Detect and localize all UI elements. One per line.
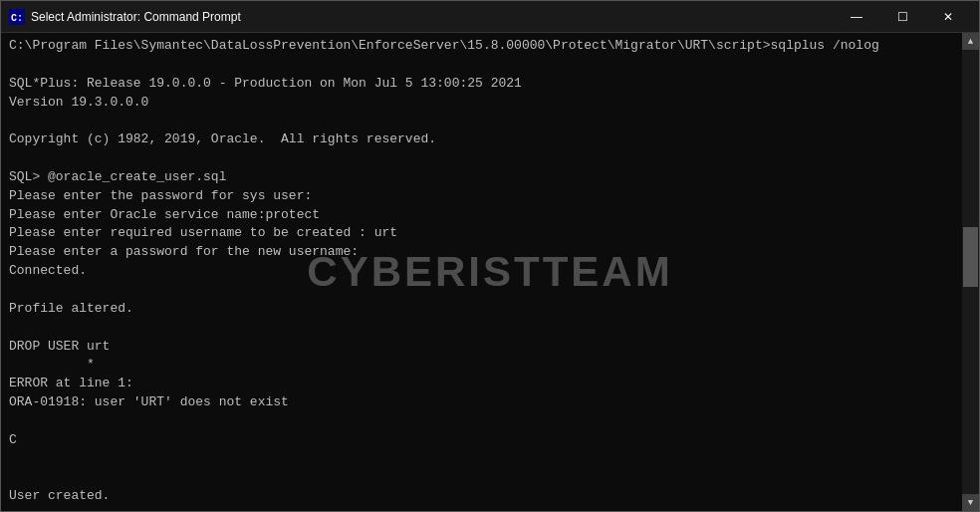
maximize-button[interactable]: ☐ xyxy=(879,1,925,33)
close-button[interactable]: ✕ xyxy=(925,1,971,33)
console-area: C:\Program Files\Symantec\DataLossPreven… xyxy=(1,33,979,511)
scrollbar-track[interactable] xyxy=(962,50,979,494)
console-output[interactable]: C:\Program Files\Symantec\DataLossPreven… xyxy=(1,33,962,511)
title-bar: C: Select Administrator: Command Prompt … xyxy=(1,1,979,33)
cmd-icon: C: xyxy=(9,9,25,25)
window-title: Select Administrator: Command Prompt xyxy=(31,10,834,24)
scroll-down-arrow[interactable]: ▼ xyxy=(962,494,979,511)
minimize-button[interactable]: — xyxy=(834,1,879,33)
scroll-up-arrow[interactable]: ▲ xyxy=(962,33,979,50)
window-controls: — ☐ ✕ xyxy=(834,1,971,33)
svg-text:C:: C: xyxy=(11,13,23,24)
command-prompt-window: C: Select Administrator: Command Prompt … xyxy=(0,0,980,512)
scrollbar[interactable]: ▲ ▼ xyxy=(962,33,979,511)
scrollbar-thumb[interactable] xyxy=(963,227,978,287)
